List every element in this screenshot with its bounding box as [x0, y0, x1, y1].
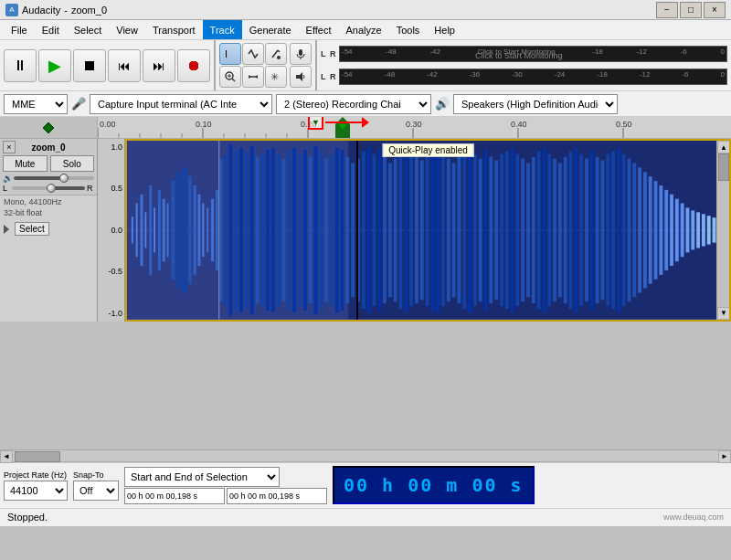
svg-text:0.00: 0.00	[100, 120, 116, 129]
project-rate-label: Project Rate (Hz)	[4, 470, 68, 480]
waveform-area: 1.0 0.5 0.0 -0.5 -1.0 Quick-Play enabled	[98, 139, 731, 322]
skip-start-button[interactable]: ⏮	[108, 49, 141, 82]
menu-transport[interactable]: Transport	[145, 20, 203, 39]
svg-rect-76	[303, 150, 307, 311]
record-button[interactable]: ⏺	[177, 49, 210, 82]
draw-tool-button[interactable]	[265, 43, 287, 65]
speaker-icon: 🔊	[435, 97, 450, 111]
pause-button[interactable]: ⏸	[4, 49, 37, 82]
scroll-thumb[interactable]	[718, 153, 729, 181]
input-device-select[interactable]: Capture Input terminal (AC Inte	[90, 94, 272, 114]
watermark: www.deuaq.com	[663, 512, 724, 522]
solo-button[interactable]: Solo	[50, 155, 95, 172]
pan-knob[interactable]	[47, 184, 56, 193]
svg-rect-113	[500, 154, 503, 306]
multi-tool-button[interactable]: ✳	[265, 66, 287, 88]
svg-rect-54	[194, 185, 196, 275]
svg-rect-56	[202, 204, 204, 258]
svg-rect-68	[260, 154, 264, 306]
output-device-select[interactable]: Speakers (High Definition Audio	[453, 94, 618, 114]
mute-solo-row: Mute Solo	[3, 155, 94, 172]
svg-rect-84	[345, 157, 349, 304]
db-0.5: 0.5	[100, 184, 122, 193]
svg-rect-74	[292, 148, 296, 312]
menu-tools[interactable]: Tools	[389, 20, 428, 39]
menu-select[interactable]: Select	[67, 20, 110, 39]
titlebar: A Audacity - zoom_0 − □ ×	[0, 0, 731, 20]
track-name-row: × zoom_0	[3, 141, 94, 153]
device-toolbar: MME 🎤 Capture Input terminal (AC Inte 2 …	[0, 91, 731, 117]
project-rate-section: Project Rate (Hz) 44100	[4, 470, 68, 501]
selection-start-input[interactable]	[124, 488, 225, 504]
selection-format-select[interactable]: Start and End of Selection	[124, 467, 280, 487]
stop-button[interactable]: ⏹	[73, 49, 106, 82]
select-button[interactable]: Select	[15, 222, 49, 236]
svg-rect-112	[494, 161, 498, 301]
close-button[interactable]: ×	[704, 2, 726, 18]
tools-toolbar: I ✳	[216, 40, 317, 90]
waveform-canvas[interactable]: Quick-Play enabled	[125, 139, 731, 322]
svg-line-3	[232, 79, 235, 81]
svg-rect-53	[188, 176, 192, 283]
svg-text:✳: ✳	[270, 71, 279, 82]
channels-select[interactable]: 2 (Stereo) Recording Chai	[276, 94, 431, 114]
svg-rect-136	[622, 154, 626, 306]
svg-rect-94	[399, 152, 403, 309]
scroll-right-button[interactable]: ►	[718, 450, 731, 463]
play-button[interactable]: ▶	[38, 49, 71, 82]
skip-end-button[interactable]: ⏭	[143, 49, 175, 82]
select-tool-button[interactable]: I	[219, 43, 241, 65]
click-monitor-label[interactable]: Click to Start Monitoring	[475, 51, 563, 60]
svg-rect-42	[136, 204, 138, 258]
speaker-button[interactable]	[290, 66, 312, 88]
transport-toolbar: ⏸ ▶ ⏹ ⏮ ⏭ ⏺	[0, 40, 216, 90]
svg-rect-83	[341, 150, 344, 311]
track-close-button[interactable]: ×	[3, 141, 16, 153]
select-row: Select	[0, 220, 97, 238]
timeshift-tool-button[interactable]	[242, 66, 264, 88]
svg-rect-145	[670, 195, 673, 266]
svg-rect-139	[638, 167, 641, 292]
project-rate-select[interactable]: 44100	[4, 481, 68, 501]
scroll-left-button[interactable]: ◄	[0, 450, 13, 463]
maximize-button[interactable]: □	[680, 2, 702, 18]
audio-host-select[interactable]: MME	[4, 94, 68, 114]
hscroll-thumb[interactable]	[15, 451, 60, 462]
timeline-area: 0.00 0.10 0.20 0.30 0.40 0.50	[0, 117, 731, 139]
svg-rect-87	[362, 152, 366, 309]
menu-generate[interactable]: Generate	[242, 20, 299, 39]
svg-point-1	[277, 56, 281, 59]
menu-tracks[interactable]: Track	[203, 20, 242, 39]
mic-button[interactable]	[290, 43, 312, 65]
menu-file[interactable]: File	[4, 20, 35, 39]
selection-end-input[interactable]	[227, 488, 327, 504]
svg-text:0.10: 0.10	[196, 120, 212, 129]
svg-rect-144	[664, 190, 668, 270]
menu-analyze[interactable]: Analyze	[339, 20, 389, 39]
input-vu-meter[interactable]: -54 -48 -42 Click to Start Monitoring -1…	[339, 46, 727, 62]
scroll-down-button[interactable]: ▼	[717, 307, 730, 320]
track-info-line2: 32-bit float	[4, 208, 93, 219]
menu-edit[interactable]: Edit	[35, 20, 67, 39]
svg-rect-50	[171, 181, 175, 280]
scroll-up-button[interactable]: ▲	[717, 141, 730, 153]
svg-rect-93	[394, 159, 397, 302]
pan-slider[interactable]	[12, 186, 85, 190]
quickplay-tooltip: Quick-Play enabled	[382, 143, 474, 157]
menu-view[interactable]: View	[109, 20, 145, 39]
menu-effect[interactable]: Effect	[299, 20, 339, 39]
minimize-button[interactable]: −	[656, 2, 678, 18]
zoom-tool-button[interactable]	[219, 66, 241, 88]
svg-rect-96	[409, 154, 413, 306]
output-vu-meter[interactable]: -54 -48 -42 -36 -30 -24 -18 -12 -6 0	[339, 69, 727, 85]
timeline-ruler[interactable]: 0.00 0.10 0.20 0.30 0.40 0.50	[98, 117, 731, 138]
envelope-tool-button[interactable]	[242, 43, 264, 65]
svg-rect-99	[426, 154, 429, 306]
volume-knob[interactable]	[59, 174, 69, 183]
snap-to-select[interactable]: Off	[73, 481, 119, 501]
mute-button[interactable]: Mute	[3, 155, 48, 172]
menu-help[interactable]: Help	[427, 20, 462, 39]
volume-slider[interactable]	[14, 176, 94, 180]
vertical-scrollbar[interactable]: ▲ ▼	[716, 141, 729, 320]
svg-rect-117	[521, 159, 524, 302]
